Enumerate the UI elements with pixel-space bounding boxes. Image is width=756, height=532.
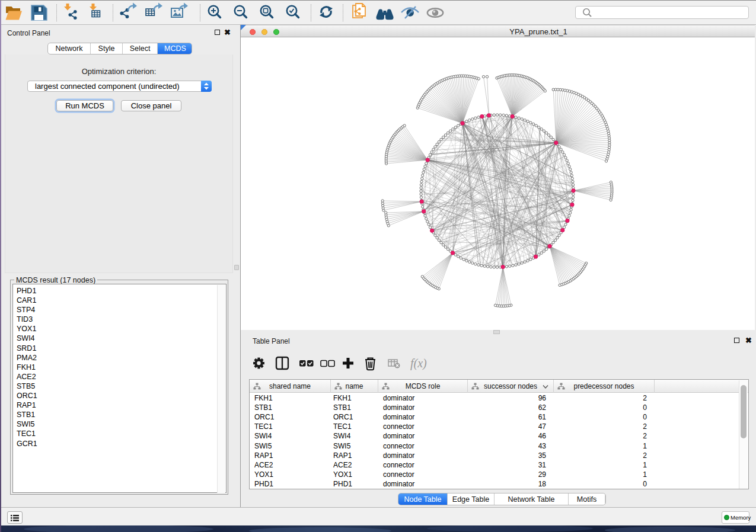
svg-text:f(x): f(x) — [410, 357, 427, 370]
